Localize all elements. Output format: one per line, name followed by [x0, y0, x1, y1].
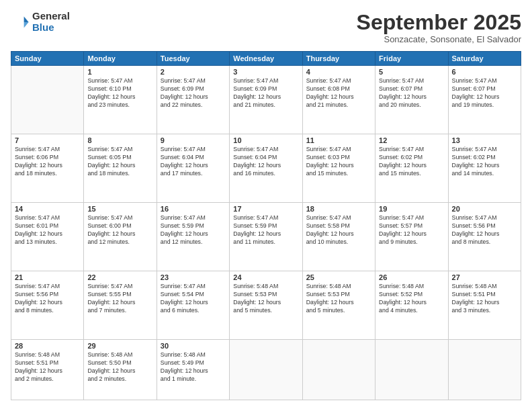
- cell-info: Sunrise: 5:48 AM Sunset: 5:51 PM Dayligh…: [15, 351, 80, 383]
- day-number: 7: [15, 136, 80, 144]
- logo-general: General: [32, 11, 70, 22]
- cell-info: Sunrise: 5:47 AM Sunset: 5:56 PM Dayligh…: [15, 283, 80, 315]
- cell-info: Sunrise: 5:47 AM Sunset: 6:09 PM Dayligh…: [161, 77, 226, 109]
- cell-info: Sunrise: 5:47 AM Sunset: 6:02 PM Dayligh…: [379, 146, 444, 178]
- calendar-cell: 20Sunrise: 5:47 AM Sunset: 5:56 PM Dayli…: [448, 203, 521, 271]
- day-number: 19: [379, 205, 444, 213]
- day-number: 13: [452, 136, 517, 144]
- day-number: 30: [161, 342, 226, 350]
- day-number: 6: [452, 68, 517, 76]
- svg-marker-0: [24, 16, 29, 21]
- calendar-cell: 5Sunrise: 5:47 AM Sunset: 6:07 PM Daylig…: [375, 66, 448, 134]
- cell-info: Sunrise: 5:48 AM Sunset: 5:53 PM Dayligh…: [233, 283, 298, 315]
- day-number: 26: [379, 273, 444, 281]
- cell-info: Sunrise: 5:47 AM Sunset: 6:05 PM Dayligh…: [87, 146, 152, 178]
- day-number: 21: [15, 273, 80, 281]
- day-number: 8: [87, 136, 152, 144]
- calendar-cell: 1Sunrise: 5:47 AM Sunset: 6:10 PM Daylig…: [84, 66, 157, 134]
- calendar-cell: [230, 340, 302, 400]
- logo-icon: [11, 13, 30, 32]
- calendar-page: General Blue September 2025 Sonzacate, S…: [0, 0, 532, 411]
- calendar-cell: 24Sunrise: 5:48 AM Sunset: 5:53 PM Dayli…: [230, 271, 302, 340]
- cell-info: Sunrise: 5:47 AM Sunset: 5:59 PM Dayligh…: [161, 214, 226, 246]
- cell-info: Sunrise: 5:47 AM Sunset: 5:56 PM Dayligh…: [452, 214, 517, 246]
- cell-info: Sunrise: 5:47 AM Sunset: 5:59 PM Dayligh…: [233, 214, 298, 246]
- day-number: 24: [233, 273, 298, 281]
- day-number: 12: [379, 136, 444, 144]
- cell-info: Sunrise: 5:47 AM Sunset: 6:01 PM Dayligh…: [15, 214, 80, 246]
- day-number: 17: [233, 205, 298, 213]
- cell-info: Sunrise: 5:48 AM Sunset: 5:49 PM Dayligh…: [161, 351, 226, 383]
- calendar-cell: 7Sunrise: 5:47 AM Sunset: 6:06 PM Daylig…: [11, 134, 84, 203]
- cell-info: Sunrise: 5:47 AM Sunset: 6:04 PM Dayligh…: [161, 146, 226, 178]
- cell-info: Sunrise: 5:47 AM Sunset: 6:02 PM Dayligh…: [452, 146, 517, 178]
- cell-info: Sunrise: 5:48 AM Sunset: 5:51 PM Dayligh…: [452, 283, 517, 315]
- day-number: 28: [15, 342, 80, 350]
- calendar-week-3: 14Sunrise: 5:47 AM Sunset: 6:01 PM Dayli…: [11, 203, 521, 271]
- weekday-header-row: SundayMondayTuesdayWednesdayThursdayFrid…: [11, 52, 521, 66]
- day-number: 1: [87, 68, 152, 76]
- calendar-cell: 22Sunrise: 5:47 AM Sunset: 5:55 PM Dayli…: [84, 271, 157, 340]
- day-number: 29: [87, 342, 152, 350]
- logo-text: General Blue: [32, 11, 70, 33]
- cell-info: Sunrise: 5:47 AM Sunset: 6:08 PM Dayligh…: [306, 77, 371, 109]
- cell-info: Sunrise: 5:47 AM Sunset: 6:04 PM Dayligh…: [233, 146, 298, 178]
- calendar-cell: 15Sunrise: 5:47 AM Sunset: 6:00 PM Dayli…: [84, 203, 157, 271]
- day-number: 16: [161, 205, 226, 213]
- calendar-cell: 17Sunrise: 5:47 AM Sunset: 5:59 PM Dayli…: [230, 203, 302, 271]
- day-number: 22: [87, 273, 152, 281]
- calendar-cell: 30Sunrise: 5:48 AM Sunset: 5:49 PM Dayli…: [157, 340, 229, 400]
- calendar-cell: 3Sunrise: 5:47 AM Sunset: 6:09 PM Daylig…: [230, 66, 302, 134]
- month-title: September 2025: [357, 11, 521, 34]
- calendar-week-5: 28Sunrise: 5:48 AM Sunset: 5:51 PM Dayli…: [11, 340, 521, 400]
- calendar-cell: 28Sunrise: 5:48 AM Sunset: 5:51 PM Dayli…: [11, 340, 84, 400]
- day-number: 14: [15, 205, 80, 213]
- calendar-cell: 10Sunrise: 5:47 AM Sunset: 6:04 PM Dayli…: [230, 134, 302, 203]
- header: General Blue September 2025 Sonzacate, S…: [11, 11, 521, 44]
- day-number: 23: [161, 273, 226, 281]
- location-subtitle: Sonzacate, Sonsonate, El Salvador: [357, 34, 521, 44]
- calendar-cell: 18Sunrise: 5:47 AM Sunset: 5:58 PM Dayli…: [302, 203, 375, 271]
- cell-info: Sunrise: 5:47 AM Sunset: 5:57 PM Dayligh…: [379, 214, 444, 246]
- weekday-header-monday: Monday: [84, 52, 157, 66]
- calendar-week-4: 21Sunrise: 5:47 AM Sunset: 5:56 PM Dayli…: [11, 271, 521, 340]
- day-number: 2: [161, 68, 226, 76]
- calendar-cell: 12Sunrise: 5:47 AM Sunset: 6:02 PM Dayli…: [375, 134, 448, 203]
- day-number: 27: [452, 273, 517, 281]
- day-number: 3: [233, 68, 298, 76]
- calendar-cell: 6Sunrise: 5:47 AM Sunset: 6:07 PM Daylig…: [448, 66, 521, 134]
- weekday-header-thursday: Thursday: [302, 52, 375, 66]
- weekday-header-saturday: Saturday: [448, 52, 521, 66]
- cell-info: Sunrise: 5:48 AM Sunset: 5:52 PM Dayligh…: [379, 283, 444, 315]
- day-number: 11: [306, 136, 371, 144]
- calendar-cell: 23Sunrise: 5:47 AM Sunset: 5:54 PM Dayli…: [157, 271, 229, 340]
- day-number: 25: [306, 273, 371, 281]
- cell-info: Sunrise: 5:47 AM Sunset: 5:55 PM Dayligh…: [87, 283, 152, 315]
- calendar-cell: 19Sunrise: 5:47 AM Sunset: 5:57 PM Dayli…: [375, 203, 448, 271]
- cell-info: Sunrise: 5:47 AM Sunset: 5:54 PM Dayligh…: [161, 283, 226, 315]
- cell-info: Sunrise: 5:48 AM Sunset: 5:50 PM Dayligh…: [87, 351, 152, 383]
- cell-info: Sunrise: 5:47 AM Sunset: 6:07 PM Dayligh…: [452, 77, 517, 109]
- calendar-cell: 13Sunrise: 5:47 AM Sunset: 6:02 PM Dayli…: [448, 134, 521, 203]
- calendar-cell: 25Sunrise: 5:48 AM Sunset: 5:53 PM Dayli…: [302, 271, 375, 340]
- weekday-header-tuesday: Tuesday: [157, 52, 229, 66]
- cell-info: Sunrise: 5:47 AM Sunset: 5:58 PM Dayligh…: [306, 214, 371, 246]
- day-number: 9: [161, 136, 226, 144]
- cell-info: Sunrise: 5:47 AM Sunset: 6:07 PM Dayligh…: [379, 77, 444, 109]
- calendar-cell: 29Sunrise: 5:48 AM Sunset: 5:50 PM Dayli…: [84, 340, 157, 400]
- logo: General Blue: [11, 11, 70, 33]
- cell-info: Sunrise: 5:47 AM Sunset: 6:06 PM Dayligh…: [15, 146, 80, 178]
- logo-blue: Blue: [32, 22, 70, 34]
- calendar-cell: [302, 340, 375, 400]
- title-block: September 2025 Sonzacate, Sonsonate, El …: [357, 11, 521, 44]
- calendar-cell: 14Sunrise: 5:47 AM Sunset: 6:01 PM Dayli…: [11, 203, 84, 271]
- cell-info: Sunrise: 5:48 AM Sunset: 5:53 PM Dayligh…: [306, 283, 371, 315]
- svg-marker-1: [24, 22, 29, 28]
- day-number: 4: [306, 68, 371, 76]
- cell-info: Sunrise: 5:47 AM Sunset: 6:03 PM Dayligh…: [306, 146, 371, 178]
- calendar-cell: [11, 66, 84, 134]
- weekday-header-friday: Friday: [375, 52, 448, 66]
- calendar-week-1: 1Sunrise: 5:47 AM Sunset: 6:10 PM Daylig…: [11, 66, 521, 134]
- calendar-table: SundayMondayTuesdayWednesdayThursdayFrid…: [11, 51, 521, 400]
- day-number: 15: [87, 205, 152, 213]
